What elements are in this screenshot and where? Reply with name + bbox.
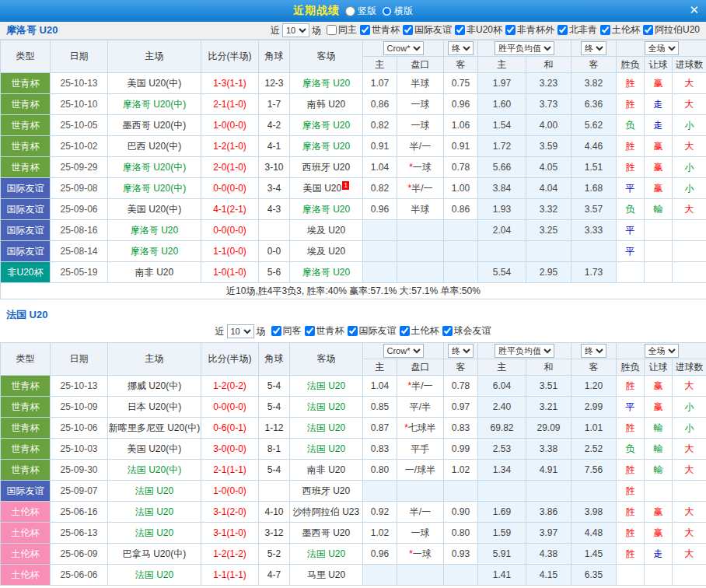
- filter-checkbox[interactable]: 土伦杯: [400, 324, 439, 338]
- cell-goals: [673, 220, 706, 241]
- cell-score: 3-1(2-0): [201, 502, 259, 523]
- cell-corners: 5-4: [259, 376, 290, 397]
- filter-checkbox[interactable]: 球会友谊: [442, 324, 491, 338]
- cell-result: 负: [617, 439, 645, 460]
- cell-competition: 土伦杯: [1, 523, 51, 544]
- filter-checkbox[interactable]: 同客: [271, 324, 302, 338]
- filter-checkbox-input[interactable]: [305, 326, 315, 336]
- cell-handicap: [397, 241, 444, 262]
- titlebar: 近期战绩 竖版 横版 ✕: [0, 0, 706, 22]
- cell-handicap-result: 輸: [645, 460, 673, 481]
- col-header-competition: 类型: [1, 40, 51, 73]
- filter-checkbox-input[interactable]: [455, 25, 465, 35]
- cell-odds-home: 0.96: [363, 544, 397, 565]
- filter-checkbox[interactable]: 世青杯: [360, 23, 400, 37]
- match-row: 世青杯25-10-06新喀里多尼亚 U20(中)0-6(0-1)1-12法国 U…: [1, 418, 706, 439]
- wdl-average-select[interactable]: 胜平负均值: [495, 41, 554, 55]
- filter-checkbox-input[interactable]: [360, 25, 370, 35]
- cell-home-team: 法国 U20: [108, 502, 201, 523]
- cell-goals: 大: [673, 73, 706, 94]
- cell-score: 2-1(1-1): [201, 460, 259, 481]
- cell-avg-draw: 3.32: [526, 199, 571, 220]
- cell-date: 25-10-10: [51, 94, 108, 115]
- filter-checkbox[interactable]: 国际友谊: [403, 23, 452, 37]
- odds-company-select[interactable]: Crow*: [383, 41, 424, 55]
- layout-horizontal-option[interactable]: 横版: [382, 5, 413, 18]
- wdl-time-select[interactable]: 终: [581, 41, 606, 55]
- results-body: 世青杯25-10-13挪威 U20(中)1-2(0-2)5-4法国 U201.0…: [1, 376, 706, 586]
- cell-odds-home: 0.83: [363, 439, 397, 460]
- cell-home-team: 美国 U20(中): [108, 199, 201, 220]
- filter-checkbox-input[interactable]: [348, 326, 358, 336]
- cell-avg-away: 5.62: [571, 115, 617, 136]
- filter-checkbox-input[interactable]: [505, 25, 516, 35]
- filter-checkbox-input[interactable]: [643, 25, 653, 35]
- cell-avg-draw: 3.38: [526, 439, 571, 460]
- col-header-home: 主场: [108, 343, 201, 376]
- cell-handicap-result: [645, 565, 673, 586]
- filter-checkbox[interactable]: 国际友谊: [348, 324, 397, 338]
- cell-goals: 大: [673, 376, 706, 397]
- wdl-time-select[interactable]: 终: [581, 344, 606, 358]
- filter-checkbox[interactable]: 北非青: [557, 23, 597, 37]
- cell-result: [617, 565, 645, 586]
- filter-checkbox[interactable]: 土伦杯: [600, 23, 640, 37]
- cell-goals: 小: [673, 418, 706, 439]
- cell-goals: 小: [673, 178, 706, 199]
- cell-handicap: *一球: [397, 157, 444, 178]
- cell-result: 胜: [617, 376, 645, 397]
- filter-checkbox[interactable]: 非U20杯: [455, 23, 502, 37]
- layout-vertical-option[interactable]: 竖版: [345, 5, 376, 18]
- cell-home-team: 墨西哥 U20(中): [108, 115, 201, 136]
- cell-home-team: 法国 U20(中): [108, 460, 201, 481]
- filter-checkbox-input[interactable]: [327, 25, 337, 35]
- cell-odds-home: 0.80: [363, 460, 397, 481]
- cell-result: 平: [617, 178, 645, 199]
- filter-checkbox[interactable]: 非青杯外: [505, 23, 554, 37]
- horizontal-radio[interactable]: [382, 6, 392, 16]
- cell-score: 1-2(1-2): [201, 544, 259, 565]
- cell-avg-draw: [526, 241, 571, 262]
- cell-avg-home: 2.53: [478, 439, 526, 460]
- cell-date: 25-10-09: [51, 397, 108, 418]
- cell-handicap: [397, 481, 444, 502]
- cell-handicap-result: 赢: [645, 73, 673, 94]
- odds-time-select[interactable]: 终: [448, 344, 474, 358]
- cell-date: 25-10-06: [51, 418, 108, 439]
- cell-corners: 4-1: [259, 136, 290, 157]
- filter-checkbox[interactable]: 阿拉伯U20: [643, 23, 700, 37]
- filter-checkbox-label: 阿拉伯U20: [655, 23, 700, 37]
- subcol-odds-away: 客: [444, 359, 478, 376]
- filter-checkbox-input[interactable]: [600, 25, 610, 35]
- recent-count-select[interactable]: 10: [282, 23, 309, 37]
- scope-select[interactable]: 全场: [645, 344, 679, 358]
- filter-checkbox-input[interactable]: [271, 326, 281, 336]
- filter-checkbox[interactable]: 世青杯: [305, 324, 344, 338]
- cell-avg-draw: 3.21: [526, 397, 571, 418]
- cell-handicap-result: 輸: [645, 418, 673, 439]
- cell-date: 25-09-30: [51, 460, 108, 481]
- subcol-avg-draw: 和: [526, 359, 571, 376]
- cell-handicap-result: [645, 220, 673, 241]
- vertical-radio[interactable]: [345, 6, 355, 16]
- cell-handicap-result: 走: [645, 544, 673, 565]
- recent-count-select[interactable]: 10: [227, 324, 254, 338]
- cell-away-team: 西班牙 U20: [290, 157, 363, 178]
- wdl-average-select[interactable]: 胜平负均值: [495, 344, 554, 358]
- match-row: 世青杯25-10-02巴西 U20(中)1-2(1-0)4-1摩洛哥 U200.…: [1, 136, 706, 157]
- cell-competition: 土伦杯: [1, 565, 51, 586]
- odds-time-select[interactable]: 终: [448, 41, 474, 55]
- filter-checkbox-input[interactable]: [442, 326, 453, 336]
- filter-checkbox-input[interactable]: [557, 25, 568, 35]
- scope-select[interactable]: 全场: [645, 41, 679, 55]
- cell-odds-away: 0.96: [444, 94, 478, 115]
- cell-goals: 大: [673, 460, 706, 481]
- filter-checkbox[interactable]: 同主: [327, 23, 357, 37]
- cell-home-team: 法国 U20: [108, 565, 201, 586]
- cell-handicap: 半球: [397, 73, 444, 94]
- odds-company-select[interactable]: Crow*: [383, 344, 424, 358]
- close-icon[interactable]: ✕: [689, 4, 699, 16]
- filter-checkbox-input[interactable]: [403, 25, 413, 35]
- filter-checkbox-input[interactable]: [400, 326, 410, 336]
- cell-avg-draw: 4.15: [526, 565, 571, 586]
